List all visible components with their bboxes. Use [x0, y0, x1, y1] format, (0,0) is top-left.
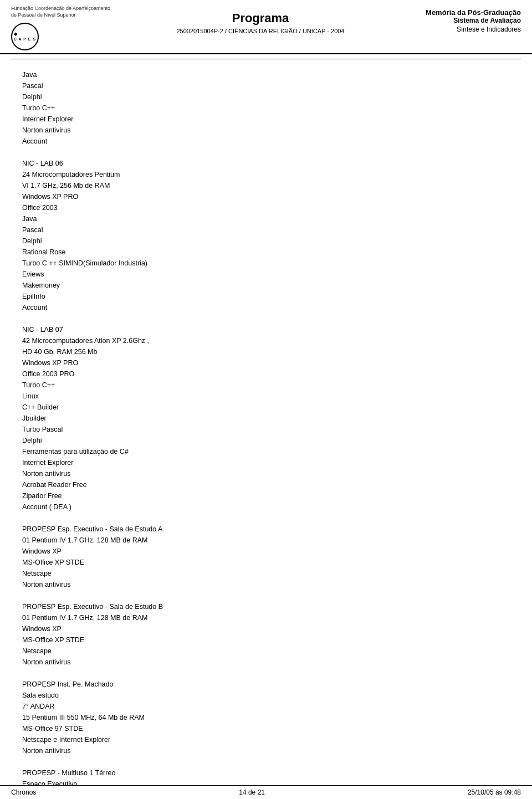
- content-line: Netscape e Internet Explorer: [22, 734, 510, 745]
- content-line: Makemoney: [22, 280, 510, 291]
- content-line: MS-Office XP STDE: [22, 557, 510, 568]
- content-line: Account: [22, 136, 510, 147]
- content-line: 42 Microcomputadores Atlon XP 2.6Ghz ,: [22, 335, 510, 346]
- content-line: MS-Office 97 STDE: [22, 723, 510, 734]
- footer-left: Chronos: [11, 788, 36, 796]
- content-line: Acrobat Reader Free: [22, 479, 510, 490]
- content-line: MS-Office XP STDE: [22, 634, 510, 646]
- content-line: Delphi: [22, 91, 510, 103]
- content-line: Turbo C ++ SIMIND(Simulador Industria): [22, 258, 510, 269]
- content-line: Office 2003: [22, 202, 510, 213]
- content-line: 01 Pentium IV 1.7 GHz, 128 MB de RAM: [22, 535, 510, 546]
- content-line: [22, 756, 510, 767]
- content-line: PROPESP Esp. Executivo - Sala de Estudo …: [22, 601, 510, 612]
- content-line: 01 Pentium IV 1.7 GHz, 128 MB de RAM: [22, 612, 510, 623]
- memoria-title: Memória da Pós-Graduação: [410, 8, 521, 17]
- content-line: Windows XP: [22, 546, 510, 557]
- content-line: Java: [22, 69, 510, 80]
- content-line: PROPESP Inst. Pe. Machado: [22, 679, 510, 690]
- content-line: 24 Microcomputadores Pentium: [22, 169, 510, 180]
- content-line: Norton antivirus: [22, 745, 510, 756]
- content-line: Norton antivirus: [22, 468, 510, 479]
- content-line: Account ( DEA ): [22, 501, 510, 513]
- content-line: C++ Builder: [22, 402, 510, 413]
- content-line: PROPESP - Multiuso 1 Térreo: [22, 767, 510, 778]
- page-header: Fundação Coordenação de Aperfeiçoamento …: [0, 0, 532, 54]
- content-line: Turbo C++: [22, 380, 510, 391]
- content-line: Windows XP: [22, 623, 510, 634]
- content-line: Eviews: [22, 269, 510, 280]
- content-line: Rational Rose: [22, 247, 510, 258]
- content-line: Turbo C++: [22, 103, 510, 114]
- content-line: Zipador Free: [22, 490, 510, 501]
- content-line: Ferramentas para utilização de C#: [22, 446, 510, 457]
- main-content: JavaPascalDelphiTurbo C++Internet Explor…: [0, 64, 532, 799]
- content-line: PROPESP Esp. Executivo - Sala de Estudo …: [22, 524, 510, 535]
- content-line: EpilInfo: [22, 291, 510, 302]
- logo-area: ◆C A P E S: [11, 21, 39, 50]
- content-line: Sala estudo: [22, 690, 510, 701]
- content-line: Windows XP PRO: [22, 357, 510, 368]
- header-right: Memória da Pós-Graduação Sistema de Aval…: [410, 6, 521, 33]
- content-line: [22, 513, 510, 524]
- content-line: 15 Pentium III 550 MHz, 64 Mb de RAM: [22, 712, 510, 723]
- program-title: Programa: [111, 11, 410, 25]
- content-line: [22, 668, 510, 679]
- content-line: Office 2003 PRO: [22, 368, 510, 380]
- content-line: Netscape: [22, 646, 510, 657]
- content-line: Pascal: [22, 80, 510, 91]
- content-line: Jbuilder: [22, 413, 510, 424]
- institution-name: Fundação Coordenação de Aperfeiçoamento …: [11, 6, 111, 18]
- content-line: 7° ANDAR: [22, 701, 510, 712]
- content-line: VI 1.7 GHz, 256 Mb de RAM: [22, 180, 510, 191]
- content-line: Delphi: [22, 235, 510, 247]
- content-line: NIC - LAB 07: [22, 324, 510, 335]
- content-line: Internet Explorer: [22, 114, 510, 125]
- content-line: NIC - LAB 06: [22, 158, 510, 169]
- content-line: Account: [22, 302, 510, 313]
- header-divider: [11, 59, 521, 59]
- footer-right: 25/10/05 às 09:48: [468, 788, 521, 796]
- capes-logo: ◆C A P E S: [11, 23, 39, 50]
- header-center: Programa 25002015004P-2 / CIÊNCIAS DA RE…: [111, 6, 410, 34]
- content-line: Internet Explorer: [22, 457, 510, 468]
- page-footer: Chronos 14 de 21 25/10/05 às 09:48: [0, 785, 532, 799]
- program-subtitle: 25002015004P-2 / CIÊNCIAS DA RELIGIÃO / …: [111, 28, 410, 34]
- footer-center: 14 de 21: [239, 788, 265, 796]
- content-line: Norton antivirus: [22, 125, 510, 136]
- content-line: Linux: [22, 391, 510, 402]
- header-left: Fundação Coordenação de Aperfeiçoamento …: [11, 6, 111, 50]
- content-line: Pascal: [22, 224, 510, 235]
- sintese-title: Síntese e Indicadores: [410, 25, 521, 33]
- content-line: Delphi: [22, 435, 510, 446]
- content-line: Turbo Pascal: [22, 424, 510, 435]
- content-line: [22, 590, 510, 601]
- content-line: Java: [22, 213, 510, 224]
- content-line: [22, 147, 510, 158]
- content-line: Norton antivirus: [22, 657, 510, 668]
- content-line: [22, 313, 510, 324]
- content-line: Windows XP PRO: [22, 191, 510, 202]
- sistema-title: Sistema de Avaliação: [410, 17, 521, 24]
- content-line: Netscape: [22, 568, 510, 579]
- content-line: Norton antivirus: [22, 579, 510, 590]
- logo-text: ◆C A P E S: [14, 32, 36, 42]
- content-line: HD 40 Gb, RAM 256 Mb: [22, 346, 510, 357]
